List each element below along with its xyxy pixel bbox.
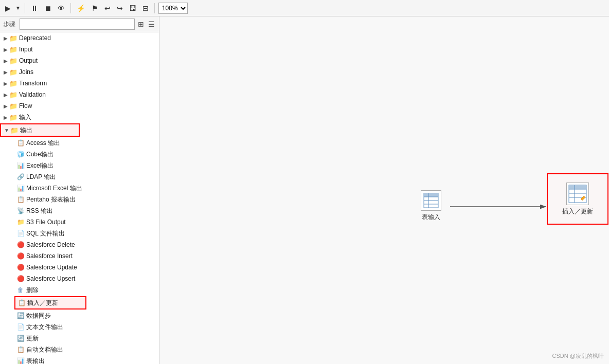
item-label: Access 输出	[26, 139, 60, 148]
subitem-ldap[interactable]: 🔗 LDAP 输出	[14, 171, 159, 183]
tree-item-transform[interactable]: ▶ 📁 Transform	[0, 78, 159, 89]
item-icon: 📡	[16, 207, 25, 214]
subitem-table-output[interactable]: 📊 表输出	[14, 355, 159, 364]
main-area: 步骤 ⊞ ☰ ▶ 📁 Deprecated ▶ 📁 Input ▶ 📁 Outp…	[0, 16, 609, 364]
tree-item-validation[interactable]: ▶ 📁 Validation	[0, 89, 159, 100]
tree-label: Deprecated	[19, 34, 51, 42]
undo-button[interactable]: ↩	[102, 3, 113, 13]
expand-icon: ▶	[2, 69, 9, 75]
item-label: Salesforce Delete	[26, 241, 75, 248]
step-run-button[interactable]: ⚡	[75, 3, 87, 13]
redo-button[interactable]: ↪	[115, 3, 125, 13]
pause-button[interactable]: ⏸	[29, 3, 40, 13]
item-icon: 📋	[16, 139, 25, 147]
subitem-cube[interactable]: 🧊 Cube输出	[14, 149, 159, 160]
item-label: 数据同步	[26, 312, 51, 320]
subitem-text-output[interactable]: 📄 文本文件输出	[14, 321, 159, 333]
svg-rect-3	[424, 193, 438, 197]
subitem-pentaho[interactable]: 📋 Pentaho 报表输出	[14, 194, 159, 205]
subitem-data-sync[interactable]: 🔄 数据同步	[14, 310, 159, 321]
zoom-select[interactable]: 100% 50% 75% 125% 150% 200%	[158, 3, 188, 14]
item-icon: 📊	[16, 185, 25, 192]
sidebar-tree[interactable]: ▶ 📁 Deprecated ▶ 📁 Input ▶ 📁 Output ▶ 📁 …	[0, 32, 159, 364]
subitem-delete[interactable]: 🗑 删除	[14, 284, 159, 296]
subitem-excel[interactable]: 📊 Excel输出	[14, 160, 159, 171]
folder-icon: 📁	[9, 57, 17, 65]
item-label: 自动文档输出	[26, 345, 63, 354]
subitem-msexcel[interactable]: 📊 Microsoft Excel 输出	[14, 183, 159, 194]
item-label: Salesforce Insert	[26, 252, 73, 260]
item-icon: 🗑	[16, 286, 25, 294]
expand-icon: ▶	[2, 81, 9, 86]
subitem-sql[interactable]: 📄 SQL 文件输出	[14, 228, 159, 239]
subitem-auto-doc[interactable]: 📋 自动文档输出	[14, 344, 159, 355]
tree-item-input-cn[interactable]: ▶ 📁 输入	[0, 112, 159, 123]
align-button[interactable]: ⊟	[140, 3, 151, 13]
item-label: SQL 文件输出	[26, 229, 65, 238]
item-icon: 📋	[16, 196, 25, 203]
tree-label: Input	[19, 46, 33, 53]
insert-update-highlighted: 📋 插入／更新	[14, 296, 86, 310]
item-icon: 🔴	[16, 264, 25, 271]
expand-icon: ▶	[2, 115, 9, 120]
toolbar: ▶ ▼ ⏸ ⏹ 👁 ⚡ ⚑ ↩ ↪ 🖫 ⊟ 100% 50% 75% 125% …	[0, 0, 609, 16]
item-icon: 📄	[16, 230, 25, 237]
tree-item-flow[interactable]: ▶ 📁 Flow	[0, 100, 159, 112]
item-label: 更新	[26, 334, 39, 343]
item-icon: 📁	[16, 219, 25, 226]
subitem-sf-delete[interactable]: 🔴 Salesforce Delete	[14, 239, 159, 250]
tree-item-output-cn[interactable]: ▼ 📁 输出	[1, 124, 79, 136]
svg-rect-9	[569, 185, 586, 189]
expand-icon: ▶	[2, 92, 9, 98]
expand-icon: ▶	[2, 58, 9, 64]
item-icon: 📊	[16, 162, 25, 169]
subitem-update[interactable]: 🔄 更新	[14, 333, 159, 344]
subitem-sf-upsert[interactable]: 🔴 Salesforce Upsert	[14, 273, 159, 284]
item-icon: 🧊	[16, 151, 25, 158]
sidebar-header: 步骤 ⊞ ☰	[0, 16, 159, 32]
tree-item-joins[interactable]: ▶ 📁 Joins	[0, 66, 159, 78]
run-button[interactable]: ▶	[3, 3, 13, 13]
expand-icon: ▼	[3, 128, 10, 133]
watermark: CSDN @凌乱的枫叶	[552, 352, 604, 360]
search-input[interactable]	[20, 19, 135, 30]
folder-icon: 📁	[9, 80, 17, 87]
subitem-insert-update[interactable]: 📋 插入／更新	[15, 297, 85, 308]
canvas-node-insert-update[interactable]: 插入／更新	[547, 173, 608, 225]
item-label: 文本文件输出	[26, 323, 63, 332]
run-dropdown[interactable]: ▼	[15, 5, 21, 11]
subitem-rss[interactable]: 📡 RSS 输出	[14, 205, 159, 216]
item-label: Excel输出	[26, 161, 53, 170]
subitem-s3[interactable]: 📁 S3 File Output	[14, 216, 159, 228]
stop-button[interactable]: ⏹	[42, 3, 53, 13]
output-children: 📋 Access 输出 🧊 Cube输出 📊 Excel输出 🔗 LDAP 输出…	[0, 137, 159, 364]
sidebar-icon-btn-1[interactable]: ⊞	[137, 19, 145, 29]
item-icon: 🔗	[16, 173, 25, 180]
subitem-access[interactable]: 📋 Access 输出	[14, 137, 159, 149]
item-icon: 🔄	[16, 335, 25, 342]
sidebar-icon-btn-2[interactable]: ☰	[147, 19, 156, 29]
tree-item-deprecated[interactable]: ▶ 📁 Deprecated	[0, 32, 159, 44]
table-input-label: 表输入	[422, 213, 440, 222]
folder-icon: 📁	[9, 91, 17, 99]
tree-item-input[interactable]: ▶ 📁 Input	[0, 44, 159, 55]
step-into-button[interactable]: ⚑	[89, 3, 100, 13]
subitem-sf-insert[interactable]: 🔴 Salesforce Insert	[14, 250, 159, 262]
sidebar-header-label: 步骤	[3, 20, 15, 29]
expand-icon: ▶	[2, 47, 9, 52]
item-icon: 🔴	[16, 252, 25, 260]
subitem-sf-update[interactable]: 🔴 Salesforce Update	[14, 262, 159, 273]
tree-label: 输出	[20, 126, 32, 135]
item-label: Microsoft Excel 输出	[26, 184, 82, 193]
canvas-node-table-input[interactable]: 表输入	[417, 186, 445, 226]
item-label: Salesforce Update	[26, 264, 77, 271]
tree-item-output-en[interactable]: ▶ 📁 Output	[0, 55, 159, 66]
save-button[interactable]: 🖫	[127, 3, 138, 13]
folder-icon: 📁	[9, 102, 17, 110]
folder-icon: 📁	[9, 114, 17, 121]
preview-button[interactable]: 👁	[56, 3, 67, 13]
item-label: LDAP 输出	[26, 173, 56, 181]
item-label: Cube输出	[26, 150, 53, 159]
canvas-area[interactable]: 表输入 插入／更新 CSDN @凌乱的枫叶	[159, 16, 609, 364]
tree-label: 输入	[19, 113, 31, 122]
